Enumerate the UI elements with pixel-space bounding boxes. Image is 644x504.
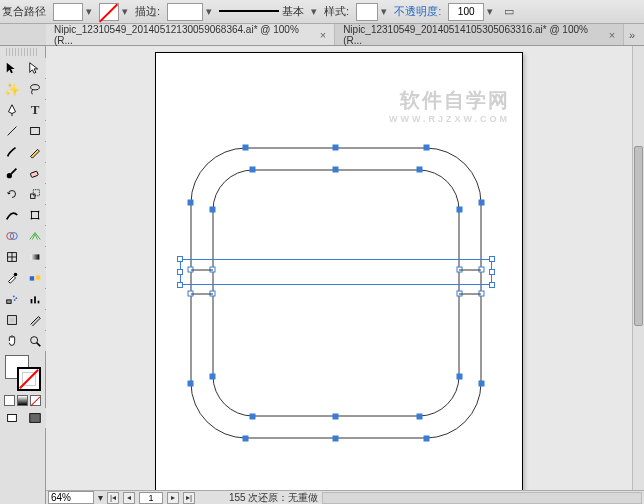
rectangle-tool[interactable] xyxy=(24,121,46,141)
opacity-input[interactable] xyxy=(448,3,484,21)
resize-handle[interactable] xyxy=(489,282,495,288)
style-label: 样式: xyxy=(324,4,349,19)
artboard-tool[interactable] xyxy=(1,310,23,330)
artboard-number-input[interactable] xyxy=(139,492,163,504)
gradient-tool[interactable] xyxy=(24,247,46,267)
svg-rect-2 xyxy=(31,128,40,135)
align-icon[interactable]: ▭ xyxy=(504,5,514,18)
svg-rect-34 xyxy=(191,148,481,438)
close-icon[interactable]: × xyxy=(320,29,326,41)
resize-handle[interactable] xyxy=(177,256,183,262)
chevron-down-icon[interactable]: ▾ xyxy=(206,5,216,18)
free-transform-tool[interactable] xyxy=(24,205,46,225)
fill-stroke-picker[interactable] xyxy=(3,355,42,391)
resize-handle[interactable] xyxy=(177,282,183,288)
svg-rect-46 xyxy=(250,167,255,172)
chevron-down-icon[interactable]: ▾ xyxy=(122,5,132,18)
gradient-mode[interactable] xyxy=(17,395,28,406)
close-icon[interactable]: × xyxy=(609,29,615,41)
blob-brush-tool[interactable] xyxy=(1,163,23,183)
scrollbar-thumb[interactable] xyxy=(634,146,643,326)
svg-rect-4 xyxy=(30,171,38,178)
selection-tool[interactable] xyxy=(1,58,23,78)
document-tab[interactable]: Nipic_12310549_20140512130059068364.ai* … xyxy=(46,24,335,45)
hand-tool[interactable] xyxy=(1,331,23,351)
artboard[interactable]: 软件自学网 WWW.RJZXW.COM xyxy=(155,52,523,490)
status-bar: ▾ |◂ ◂ ▸ ▸| 155 次还原：无重做 xyxy=(46,490,644,504)
column-graph-tool[interactable] xyxy=(24,289,46,309)
svg-rect-42 xyxy=(243,436,248,441)
svg-point-0 xyxy=(31,85,40,90)
tool-grid: ✨ T xyxy=(0,58,45,351)
resize-handle[interactable] xyxy=(489,256,495,262)
svg-rect-41 xyxy=(479,381,484,386)
width-tool[interactable] xyxy=(1,205,23,225)
rotate-tool[interactable] xyxy=(1,184,23,204)
svg-rect-26 xyxy=(34,296,36,303)
document-tab-bar: Nipic_12310549_20140512130059068364.ai* … xyxy=(0,24,644,46)
pen-tool[interactable] xyxy=(1,100,23,120)
scale-tool[interactable] xyxy=(24,184,46,204)
direct-selection-tool[interactable] xyxy=(24,58,46,78)
mesh-tool[interactable] xyxy=(1,247,23,267)
svg-rect-44 xyxy=(333,145,338,150)
svg-point-18 xyxy=(14,273,18,277)
zoom-tool[interactable] xyxy=(24,331,46,351)
canvas-area[interactable]: 软件自学网 WWW.RJZXW.COM xyxy=(46,46,632,490)
line-tool[interactable] xyxy=(1,121,23,141)
panel-grip[interactable] xyxy=(6,48,39,56)
chevron-down-icon[interactable]: ▾ xyxy=(98,492,103,503)
chevron-down-icon[interactable]: ▾ xyxy=(86,5,96,18)
svg-rect-47 xyxy=(417,167,422,172)
paintbrush-tool[interactable] xyxy=(1,142,23,162)
resize-handle[interactable] xyxy=(489,269,495,275)
color-mode-row xyxy=(4,395,41,406)
tool-panel: ✨ T xyxy=(0,46,46,504)
svg-rect-52 xyxy=(250,414,255,419)
stroke-swatch[interactable] xyxy=(99,3,119,21)
resize-handle[interactable] xyxy=(177,269,183,275)
opacity-label: 不透明度: xyxy=(394,4,441,19)
blend-tool[interactable] xyxy=(24,268,46,288)
svg-line-31 xyxy=(37,343,41,347)
chevron-down-icon[interactable]: ▾ xyxy=(487,5,497,18)
pencil-tool[interactable] xyxy=(24,142,46,162)
style-dropdown[interactable] xyxy=(356,3,378,21)
shape-builder-tool[interactable] xyxy=(1,226,23,246)
perspective-grid-tool[interactable] xyxy=(24,226,46,246)
last-page-button[interactable]: ▸| xyxy=(183,492,195,504)
stroke-style-preview[interactable] xyxy=(219,10,279,20)
horizontal-scrollbar[interactable] xyxy=(322,492,642,504)
none-mode[interactable] xyxy=(30,395,41,406)
svg-rect-53 xyxy=(417,414,422,419)
document-tab[interactable]: Nipic_12310549_20140514105305063316.ai* … xyxy=(335,24,624,45)
first-page-button[interactable]: |◂ xyxy=(107,492,119,504)
color-mode[interactable] xyxy=(4,395,15,406)
zoom-level-input[interactable] xyxy=(48,491,94,504)
stroke-swatch[interactable] xyxy=(17,367,41,391)
magic-wand-tool[interactable]: ✨ xyxy=(1,79,23,99)
fill-dropdown[interactable] xyxy=(53,3,83,21)
symbol-sprayer-tool[interactable] xyxy=(1,289,23,309)
slice-tool[interactable] xyxy=(24,310,46,330)
compound-path-shape[interactable] xyxy=(186,143,486,443)
screen-mode-normal[interactable] xyxy=(1,408,23,428)
type-tool[interactable]: T xyxy=(24,100,46,120)
eyedropper-tool[interactable] xyxy=(1,268,23,288)
stroke-weight-input[interactable] xyxy=(167,3,203,21)
svg-point-22 xyxy=(13,296,15,298)
prev-page-button[interactable]: ◂ xyxy=(123,492,135,504)
screen-mode-full[interactable] xyxy=(24,408,46,428)
eraser-tool[interactable] xyxy=(24,163,46,183)
vertical-scrollbar[interactable] xyxy=(632,46,644,490)
chevron-down-icon[interactable]: ▾ xyxy=(381,5,391,18)
svg-rect-6 xyxy=(33,190,39,196)
svg-rect-33 xyxy=(30,414,41,423)
chevron-down-icon[interactable]: ▾ xyxy=(311,5,321,18)
tab-overflow-icon[interactable]: » xyxy=(624,29,640,41)
object-type-label: 复合路径 xyxy=(2,4,46,19)
svg-rect-21 xyxy=(7,300,11,304)
lasso-tool[interactable] xyxy=(24,79,46,99)
svg-rect-27 xyxy=(38,301,40,304)
next-page-button[interactable]: ▸ xyxy=(167,492,179,504)
